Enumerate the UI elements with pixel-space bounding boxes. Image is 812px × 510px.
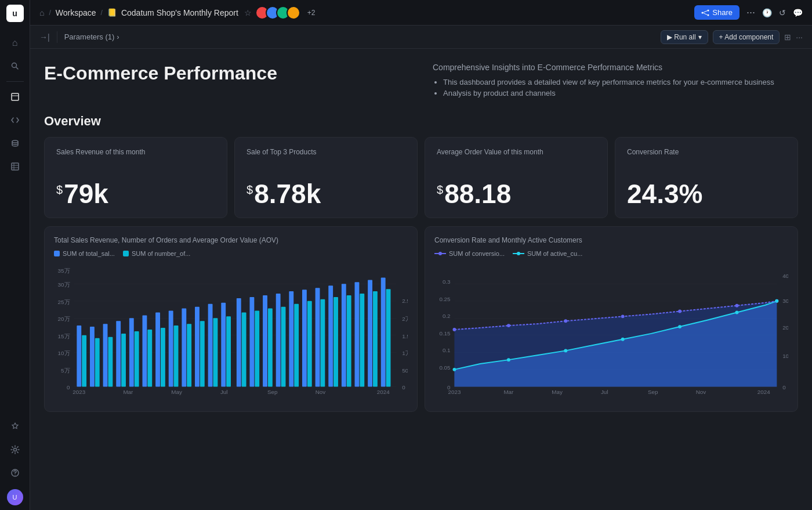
kpi-prefix-top3: $: [246, 183, 253, 196]
svg-point-4: [13, 448, 16, 451]
home-icon[interactable]: ⌂: [5, 32, 26, 53]
legend-label-4: SUM of active_cu...: [527, 250, 582, 257]
collapse-sidebar-icon[interactable]: →|: [39, 32, 50, 42]
svg-rect-75: [368, 280, 372, 386]
kpi-value-aov: $88.18: [437, 180, 596, 207]
svg-text:Mar: Mar: [123, 389, 133, 395]
comment-icon[interactable]: 💬: [793, 8, 803, 17]
svg-rect-43: [155, 312, 160, 386]
svg-rect-76: [373, 291, 378, 386]
bullet-1: This dashboard provides a detailed view …: [443, 78, 798, 86]
svg-rect-57: [249, 297, 254, 386]
user-avatar[interactable]: U: [7, 489, 23, 505]
breadcrumb-sep1: /: [49, 9, 50, 17]
svg-text:0: 0: [402, 384, 405, 390]
code-icon[interactable]: [5, 110, 26, 131]
kpi-value-top3: $8.78k: [246, 180, 405, 207]
svg-text:2.5万: 2.5万: [402, 298, 408, 304]
svg-rect-77: [381, 277, 386, 386]
content-area: E-Commerce Performance Comprehensive Ins…: [30, 49, 812, 510]
kpi-value-revenue: $79k: [56, 180, 215, 207]
svg-rect-41: [143, 315, 147, 386]
svg-rect-36: [108, 337, 113, 387]
run-chevron-icon: ▾: [698, 33, 702, 41]
svg-rect-50: [200, 321, 205, 386]
svg-rect-53: [221, 303, 226, 387]
svg-rect-39: [129, 318, 134, 386]
svg-point-113: [678, 310, 682, 313]
database-icon[interactable]: [5, 133, 26, 154]
settings-icon[interactable]: [5, 439, 26, 460]
add-component-label: + Add component: [719, 33, 774, 41]
svg-text:0.1: 0.1: [443, 347, 451, 353]
book-icon[interactable]: [5, 86, 26, 107]
report-book-icon: 📒: [107, 8, 117, 17]
clock-icon[interactable]: 🕐: [762, 8, 772, 17]
svg-rect-59: [263, 295, 267, 386]
legend-label-1: SUM of total_sal...: [63, 250, 115, 257]
svg-rect-48: [187, 324, 191, 386]
svg-rect-37: [116, 321, 121, 386]
help-icon[interactable]: [5, 462, 26, 483]
topnav: ⌂ / Workspace / 📒 Codatum Shop's Monthly…: [30, 0, 812, 26]
legend-line-icon-4: [513, 251, 524, 256]
toolbar-more-icon[interactable]: ···: [796, 32, 803, 42]
run-all-button[interactable]: ▶ Run all ▾: [661, 30, 708, 44]
svg-point-119: [621, 338, 625, 341]
svg-text:0.25: 0.25: [439, 296, 451, 302]
svg-rect-69: [328, 285, 333, 386]
svg-rect-63: [289, 291, 293, 386]
svg-rect-78: [386, 289, 391, 386]
svg-rect-35: [103, 324, 108, 386]
toolbar: →| Parameters (1) › ▶ Run all ▾ + Add co…: [30, 26, 812, 49]
svg-text:May: May: [171, 389, 182, 395]
kpi-label-top3: Sale of Top 3 Products: [246, 148, 405, 156]
svg-text:Sep: Sep: [267, 389, 278, 395]
avatar-4: [287, 6, 300, 20]
parameters-button[interactable]: Parameters (1) ›: [64, 32, 119, 41]
params-label: Parameters (1): [64, 32, 115, 41]
svg-rect-38: [121, 334, 126, 387]
app-logo: u: [6, 5, 24, 22]
svg-text:Sep: Sep: [648, 389, 658, 395]
legend-dot-2: [123, 251, 129, 256]
svg-rect-46: [174, 325, 179, 386]
more-options-icon[interactable]: ···: [746, 6, 755, 19]
plugin-icon[interactable]: [5, 416, 26, 437]
svg-point-109: [452, 328, 456, 331]
svg-text:0.2: 0.2: [443, 313, 451, 319]
svg-rect-52: [213, 318, 218, 386]
kpi-label-revenue: Sales Revenue of this month: [56, 148, 215, 156]
breadcrumb-sep2: /: [101, 9, 103, 17]
svg-point-116: [452, 368, 456, 371]
table-icon[interactable]: [5, 156, 26, 177]
share-label: Share: [712, 8, 733, 17]
search-icon[interactable]: [5, 56, 26, 77]
report-breadcrumb[interactable]: Codatum Shop's Monthly Report: [121, 8, 238, 17]
add-component-button[interactable]: + Add component: [713, 30, 780, 44]
svg-rect-44: [161, 328, 165, 386]
grid-view-icon[interactable]: ⊞: [784, 32, 791, 42]
history-icon[interactable]: ↺: [779, 8, 786, 17]
home-breadcrumb[interactable]: ⌂: [39, 8, 44, 17]
params-chevron-icon: ›: [117, 32, 119, 41]
svg-text:15万: 15万: [58, 333, 70, 339]
star-icon[interactable]: ☆: [244, 8, 252, 17]
svg-point-8: [708, 9, 709, 11]
svg-rect-72: [347, 295, 351, 386]
legend-item-2: SUM of number_of...: [123, 250, 191, 257]
svg-text:2023: 2023: [448, 389, 461, 395]
kpi-value-conversion: 24.3%: [627, 180, 786, 207]
svg-point-9: [708, 14, 709, 16]
svg-text:2000: 2000: [782, 324, 788, 331]
svg-point-110: [507, 324, 510, 327]
share-button[interactable]: Share: [694, 5, 740, 20]
sidebar: u ⌂: [0, 0, 30, 510]
svg-rect-62: [281, 307, 286, 387]
svg-text:1000: 1000: [782, 353, 788, 359]
svg-text:Mar: Mar: [503, 389, 514, 395]
svg-rect-58: [255, 311, 259, 387]
legend-item-3: SUM of conversio...: [434, 250, 505, 257]
workspace-breadcrumb[interactable]: Workspace: [56, 8, 96, 17]
overview-title: Overview: [44, 114, 798, 129]
